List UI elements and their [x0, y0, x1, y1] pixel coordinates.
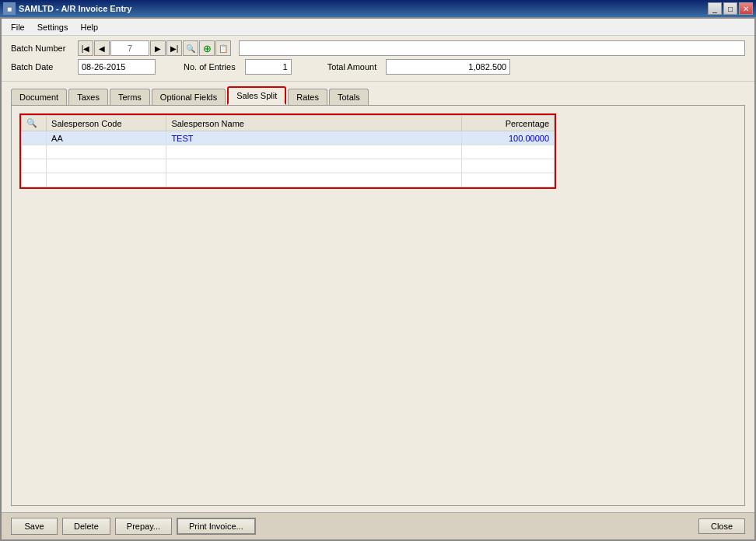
- menu-file[interactable]: File: [5, 21, 31, 33]
- total-amount-input[interactable]: [386, 59, 510, 75]
- search-icon: 🔍: [26, 118, 37, 127]
- total-amount-label: Total Amount: [327, 62, 377, 72]
- empty-code-cell: [47, 173, 166, 187]
- table-row: [22, 173, 555, 187]
- empty-code-cell: [47, 159, 166, 173]
- bottom-left-buttons: Save Delete Prepay... Print Invoice...: [11, 518, 256, 535]
- menu-help[interactable]: Help: [74, 21, 104, 33]
- batch-description-input[interactable]: [239, 40, 745, 56]
- maximize-button[interactable]: □: [723, 2, 737, 15]
- minimize-button[interactable]: _: [708, 2, 722, 15]
- main-window: File Settings Help Batch Number |◀ ◀ ▶ ▶…: [0, 17, 756, 541]
- table-row: [22, 145, 555, 159]
- tab-sales-split[interactable]: Sales Split: [227, 86, 286, 105]
- col-header-percentage: Percentage: [462, 116, 555, 131]
- nav-next[interactable]: ▶: [150, 40, 166, 56]
- empty-pct-cell: [462, 145, 555, 159]
- tab-content-sales-split: 🔍 Salesperson Code Salesperson Name Perc…: [11, 105, 745, 506]
- tabs-container: Document Taxes Terms Optional Fields Sal…: [2, 82, 754, 105]
- menu-settings[interactable]: Settings: [31, 21, 75, 33]
- col-header-salesperson-name: Salesperson Name: [166, 116, 462, 131]
- close-window-button[interactable]: ✕: [739, 2, 753, 15]
- empty-search-cell: [22, 173, 47, 187]
- row-search-cell: [22, 131, 47, 145]
- tab-totals[interactable]: Totals: [329, 89, 369, 105]
- print-invoice-button[interactable]: Print Invoice...: [177, 518, 256, 535]
- empty-name-cell: [166, 173, 462, 187]
- empty-name-cell: [166, 159, 462, 173]
- toolbar: Batch Number |◀ ◀ ▶ ▶| 🔍 ⊕ 📋 Batch Date …: [2, 36, 754, 82]
- percentage-cell[interactable]: 100.00000: [462, 131, 555, 145]
- app-icon: ■: [3, 2, 16, 15]
- nav-search[interactable]: 🔍: [183, 40, 198, 56]
- tab-rates[interactable]: Rates: [288, 89, 327, 105]
- nav-edit[interactable]: 📋: [215, 40, 231, 56]
- tab-taxes[interactable]: Taxes: [68, 89, 108, 105]
- table-row: [22, 159, 555, 173]
- empty-code-cell: [47, 145, 166, 159]
- tab-document[interactable]: Document: [11, 89, 67, 105]
- salesperson-code-cell[interactable]: AA: [47, 131, 166, 145]
- salesperson-name-cell[interactable]: TEST: [166, 131, 462, 145]
- tab-terms[interactable]: Terms: [110, 89, 150, 105]
- batch-number-label: Batch Number: [11, 44, 73, 53]
- sales-split-table: 🔍 Salesperson Code Salesperson Name Perc…: [21, 115, 555, 187]
- nav-buttons: |◀ ◀ ▶ ▶| 🔍 ⊕ 📋: [78, 40, 231, 56]
- nav-prev[interactable]: ◀: [94, 40, 110, 56]
- sales-split-table-wrapper: 🔍 Salesperson Code Salesperson Name Perc…: [19, 113, 556, 189]
- save-button[interactable]: Save: [11, 518, 58, 535]
- batch-date-label: Batch Date: [11, 62, 73, 72]
- nav-add[interactable]: ⊕: [199, 40, 215, 56]
- menu-bar: File Settings Help: [2, 19, 754, 36]
- col-header-salesperson-code: Salesperson Code: [47, 116, 166, 131]
- empty-search-cell: [22, 159, 47, 173]
- window-title: SAMLTD - A/R Invoice Entry: [19, 4, 131, 13]
- col-header-search: 🔍: [22, 116, 47, 131]
- no-of-entries-label: No. of Entries: [184, 62, 236, 72]
- empty-pct-cell: [462, 159, 555, 173]
- bottom-right-buttons: Close: [698, 518, 745, 534]
- table-row[interactable]: AA TEST 100.00000: [22, 131, 555, 145]
- nav-first[interactable]: |◀: [78, 40, 93, 56]
- batch-number-input[interactable]: [110, 40, 149, 56]
- no-of-entries-input[interactable]: [245, 59, 292, 75]
- window-controls: _ □ ✕: [708, 2, 753, 15]
- delete-button[interactable]: Delete: [62, 518, 110, 535]
- tab-optional-fields[interactable]: Optional Fields: [152, 89, 226, 105]
- prepay-button[interactable]: Prepay...: [115, 518, 172, 535]
- batch-date-input[interactable]: [78, 59, 156, 75]
- bottom-bar: Save Delete Prepay... Print Invoice... C…: [2, 512, 754, 539]
- empty-pct-cell: [462, 173, 555, 187]
- nav-last[interactable]: ▶|: [166, 40, 182, 56]
- empty-name-cell: [166, 145, 462, 159]
- close-button[interactable]: Close: [698, 518, 745, 534]
- title-bar: ■ SAMLTD - A/R Invoice Entry _ □ ✕: [0, 0, 756, 17]
- empty-search-cell: [22, 145, 47, 159]
